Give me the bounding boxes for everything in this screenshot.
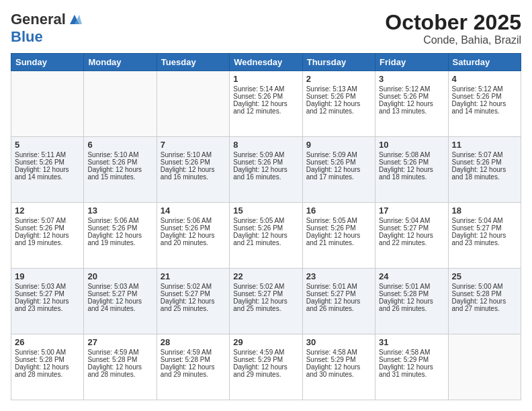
calendar-week-row: 26Sunrise: 5:00 AMSunset: 5:28 PMDayligh…: [11, 334, 521, 400]
day-info: Daylight: 12 hours: [15, 363, 80, 371]
table-row: 7Sunrise: 5:10 AMSunset: 5:26 PMDaylight…: [157, 137, 229, 203]
logo: General Blue: [11, 11, 82, 46]
day-info: Daylight: 12 hours: [233, 363, 298, 371]
day-number: 21: [161, 271, 226, 281]
day-info: Sunrise: 5:04 AM: [452, 217, 517, 224]
col-thursday: Thursday: [302, 54, 375, 71]
day-number: 11: [452, 140, 517, 150]
day-info: Sunset: 5:27 PM: [161, 290, 226, 298]
day-info: and 20 minutes.: [161, 239, 226, 246]
header: General Blue October 2025 Conde, Bahia, …: [11, 11, 521, 46]
day-info: Sunrise: 4:58 AM: [379, 349, 444, 356]
calendar-title: October 2025: [385, 11, 521, 34]
day-info: Daylight: 12 hours: [87, 232, 152, 239]
day-info: and 28 minutes.: [87, 371, 152, 378]
day-info: Sunset: 5:26 PM: [15, 224, 80, 232]
table-row: 10Sunrise: 5:08 AMSunset: 5:26 PMDayligh…: [375, 137, 448, 203]
day-info: Sunset: 5:26 PM: [233, 158, 298, 166]
day-info: Daylight: 12 hours: [87, 166, 152, 173]
table-row: 17Sunrise: 5:04 AMSunset: 5:27 PMDayligh…: [375, 203, 448, 269]
day-info: Daylight: 12 hours: [452, 166, 517, 173]
table-row: 24Sunrise: 5:01 AMSunset: 5:28 PMDayligh…: [375, 269, 448, 334]
day-info: Daylight: 12 hours: [306, 232, 371, 239]
day-number: 24: [379, 271, 444, 281]
day-info: Sunset: 5:26 PM: [15, 158, 80, 166]
day-info: Daylight: 12 hours: [379, 363, 444, 371]
day-number: 29: [233, 337, 298, 347]
day-info: and 29 minutes.: [233, 371, 298, 378]
table-row: 22Sunrise: 5:02 AMSunset: 5:27 PMDayligh…: [230, 269, 302, 334]
day-info: and 25 minutes.: [233, 305, 298, 312]
day-info: and 16 minutes.: [161, 173, 226, 181]
day-number: 10: [379, 140, 444, 150]
day-info: Sunrise: 5:12 AM: [379, 85, 444, 93]
day-info: and 18 minutes.: [452, 173, 517, 181]
day-info: and 17 minutes.: [306, 173, 371, 181]
day-info: and 14 minutes.: [452, 107, 517, 115]
day-info: Daylight: 12 hours: [161, 232, 226, 239]
day-info: Daylight: 12 hours: [306, 363, 371, 371]
col-monday: Monday: [84, 54, 157, 71]
table-row: 30Sunrise: 4:58 AMSunset: 5:29 PMDayligh…: [302, 334, 375, 400]
day-info: Sunset: 5:27 PM: [15, 290, 80, 298]
day-number: 9: [306, 140, 371, 150]
calendar-week-row: 19Sunrise: 5:03 AMSunset: 5:27 PMDayligh…: [11, 269, 521, 334]
day-number: 19: [15, 271, 80, 281]
calendar-week-row: 12Sunrise: 5:07 AMSunset: 5:26 PMDayligh…: [11, 203, 521, 269]
day-info: Daylight: 12 hours: [15, 166, 80, 173]
table-row: 12Sunrise: 5:07 AMSunset: 5:26 PMDayligh…: [11, 203, 84, 269]
day-number: 6: [87, 140, 152, 150]
table-row: 11Sunrise: 5:07 AMSunset: 5:26 PMDayligh…: [448, 137, 521, 203]
day-info: Daylight: 12 hours: [161, 298, 226, 305]
day-info: and 12 minutes.: [306, 107, 371, 115]
day-info: Sunrise: 5:05 AM: [233, 217, 298, 224]
day-info: and 23 minutes.: [452, 239, 517, 246]
day-info: Sunrise: 5:02 AM: [233, 283, 298, 290]
day-number: 2: [306, 74, 371, 84]
day-number: 23: [306, 271, 371, 281]
day-number: 12: [15, 205, 80, 216]
day-info: Sunrise: 5:03 AM: [87, 283, 152, 290]
day-info: Daylight: 12 hours: [306, 298, 371, 305]
day-number: 15: [233, 205, 298, 216]
day-info: Sunrise: 5:02 AM: [161, 283, 226, 290]
day-number: 30: [306, 337, 371, 347]
day-info: Sunrise: 5:06 AM: [161, 217, 226, 224]
day-info: Sunrise: 5:13 AM: [306, 85, 371, 93]
day-info: Sunset: 5:26 PM: [452, 158, 517, 166]
table-row: 9Sunrise: 5:09 AMSunset: 5:26 PMDaylight…: [302, 137, 375, 203]
day-info: Sunrise: 5:07 AM: [15, 217, 80, 224]
table-row: 19Sunrise: 5:03 AMSunset: 5:27 PMDayligh…: [11, 269, 84, 334]
day-info: Sunrise: 4:59 AM: [233, 349, 298, 356]
day-info: Sunset: 5:26 PM: [379, 93, 444, 100]
table-row: 27Sunrise: 4:59 AMSunset: 5:28 PMDayligh…: [84, 334, 157, 400]
day-info: and 19 minutes.: [87, 239, 152, 246]
day-info: Sunset: 5:26 PM: [233, 93, 298, 100]
day-info: and 24 minutes.: [87, 305, 152, 312]
day-number: 8: [233, 140, 298, 150]
day-info: Sunrise: 5:01 AM: [379, 283, 444, 290]
table-row: 15Sunrise: 5:05 AMSunset: 5:26 PMDayligh…: [230, 203, 302, 269]
day-info: Sunset: 5:28 PM: [379, 290, 444, 298]
day-info: and 23 minutes.: [15, 305, 80, 312]
day-info: and 29 minutes.: [161, 371, 226, 378]
day-info: Daylight: 12 hours: [452, 232, 517, 239]
day-info: Sunrise: 5:14 AM: [233, 85, 298, 93]
table-row: [157, 71, 229, 137]
day-info: Sunrise: 4:59 AM: [161, 349, 226, 356]
day-info: Sunrise: 5:06 AM: [87, 217, 152, 224]
day-info: and 30 minutes.: [306, 371, 371, 378]
day-number: 3: [379, 74, 444, 84]
table-row: 6Sunrise: 5:10 AMSunset: 5:26 PMDaylight…: [84, 137, 157, 203]
day-info: Sunset: 5:27 PM: [452, 224, 517, 232]
day-info: Sunrise: 5:00 AM: [15, 349, 80, 356]
day-info: Sunrise: 5:09 AM: [306, 151, 371, 158]
day-info: and 26 minutes.: [306, 305, 371, 312]
table-row: 29Sunrise: 4:59 AMSunset: 5:29 PMDayligh…: [230, 334, 302, 400]
day-info: Sunrise: 5:07 AM: [452, 151, 517, 158]
day-info: Sunrise: 5:12 AM: [452, 85, 517, 93]
table-row: 4Sunrise: 5:12 AMSunset: 5:26 PMDaylight…: [448, 71, 521, 137]
day-info: Sunrise: 5:10 AM: [87, 151, 152, 158]
day-info: Sunset: 5:26 PM: [452, 93, 517, 100]
day-info: Sunrise: 5:04 AM: [379, 217, 444, 224]
